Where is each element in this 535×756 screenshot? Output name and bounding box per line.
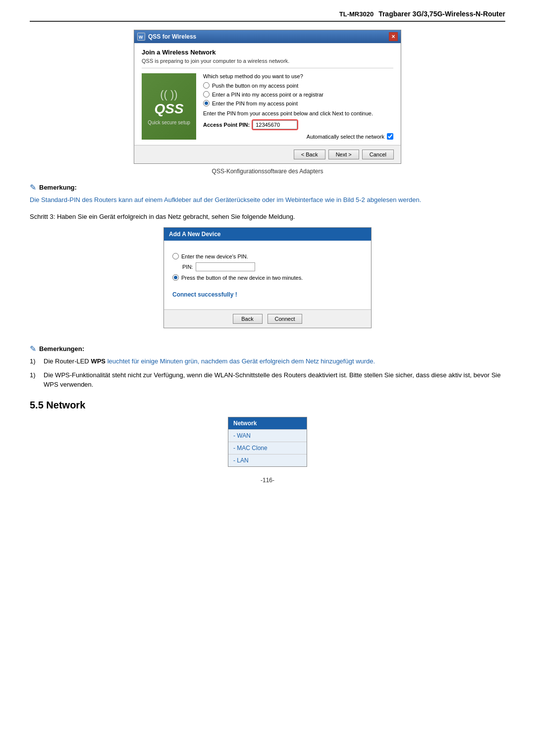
radio-circle-2[interactable] <box>203 91 210 98</box>
network-menu-mac-clone[interactable]: - MAC Clone <box>228 442 307 454</box>
qss-titlebar: W QSS for Wireless × <box>134 30 401 43</box>
section-55: 5.5 Network Network - WAN - MAC Clone - … <box>30 400 505 467</box>
note-pencil-icon: ✎ <box>30 183 36 192</box>
step3-text: Schritt 3: Haben Sie ein Gerät erfolgrei… <box>30 212 505 222</box>
add-device-radio-label-1: Enter the new device's PIN. <box>181 253 248 259</box>
bemerkungen-item-2: 1) Die WPS-Funktionalität steht nicht zu… <box>30 370 505 390</box>
network-menu: Network - WAN - MAC Clone - LAN <box>228 417 307 467</box>
qss-waves-icon: (( )) <box>160 88 177 101</box>
radio-label-1: Push the button on my access point <box>212 83 298 89</box>
qss-dialog-title: QSS for Wireless <box>148 33 196 40</box>
wps-bold: WPS <box>91 357 106 365</box>
qss-dialog-icon: W <box>137 33 145 41</box>
qss-content: (( )) QSS Quick secure setup Which setup… <box>142 73 393 140</box>
add-device-body: Enter the new device's PIN. PIN: Press t… <box>164 241 371 309</box>
add-device-titlebar: Add A New Device <box>164 228 371 241</box>
auto-select-row: Automatically select the network <box>203 133 393 140</box>
bemerkungen-header: ✎ Bemerkungen: <box>30 344 505 353</box>
add-device-radio-2[interactable]: Press the button of the new device in tw… <box>172 274 363 281</box>
qss-logo-label: Quick secure setup <box>148 120 190 125</box>
bemerkungen-num-1: 1) <box>30 356 40 366</box>
bemerkungen-item-1: 1) Die Router-LED WPS leuchtet für einig… <box>30 356 505 366</box>
qss-options: Which setup method do you want to use? P… <box>203 73 393 140</box>
close-button[interactable]: × <box>389 32 398 41</box>
network-menu-header: Network <box>228 417 307 429</box>
svg-text:W: W <box>139 35 143 40</box>
back-button[interactable]: < Back <box>294 150 325 159</box>
network-menu-wan[interactable]: - WAN <box>228 429 307 442</box>
add-device-pin-label: PIN: <box>182 264 193 270</box>
connect-success-text: Connect successfully ! <box>172 291 363 298</box>
add-device-radio-circle-2[interactable] <box>172 274 179 281</box>
add-device-radio-label-2: Press the button of the new device in tw… <box>181 275 303 281</box>
qss-dialog: W QSS for Wireless × Join a Wireless Net… <box>134 30 401 164</box>
qss-titlebar-left: W QSS for Wireless <box>137 33 196 41</box>
add-device-radio-1[interactable]: Enter the new device's PIN. <box>172 253 363 259</box>
radio-option-3[interactable]: Enter the PIN from my access point <box>203 100 393 106</box>
setup-question: Which setup method do you want to use? <box>203 73 393 79</box>
add-device-pin-input[interactable] <box>196 262 255 271</box>
auto-select-label: Automatically select the network <box>307 134 384 140</box>
header-model: TL-MR3020 <box>339 10 374 18</box>
qss-caption: QSS-Konfigurationssoftware des Adapters <box>30 168 505 175</box>
bemerkung-title: Bemerkung: <box>39 184 77 191</box>
network-menu-lan[interactable]: - LAN <box>228 454 307 466</box>
qss-dialog-footer: < Back Next > Cancel <box>134 145 401 163</box>
bemerkung-section: ✎ Bemerkung: Die Standard-PIN des Router… <box>30 183 505 205</box>
add-device-pin-row: PIN: <box>182 262 363 271</box>
bemerkungen-section: ✎ Bemerkungen: 1) Die Router-LED WPS leu… <box>30 344 505 390</box>
pin-row: Access Point PIN: <box>203 120 393 129</box>
pin-instruction: Enter the PIN from your access point bel… <box>203 110 393 116</box>
radio-circle-1[interactable] <box>203 82 210 89</box>
qss-dialog-wrapper: W QSS for Wireless × Join a Wireless Net… <box>30 30 505 164</box>
auto-select-checkbox[interactable] <box>387 133 393 140</box>
qss-logo-box: (( )) QSS Quick secure setup <box>142 73 196 140</box>
pin-input[interactable] <box>253 120 297 129</box>
header-bar: TL-MR3020 Tragbarer 3G/3,75G-Wireless-N-… <box>30 10 505 22</box>
bemerkungen-text-1: Die Router-LED WPS leuchtet für einige M… <box>44 356 375 366</box>
add-device-connect-button[interactable]: Connect <box>268 314 303 324</box>
radio-label-3: Enter the PIN from my access point <box>212 101 298 106</box>
radio-option-1[interactable]: Push the button on my access point <box>203 82 393 89</box>
radio-option-2[interactable]: Enter a PIN into my access point or a re… <box>203 91 393 98</box>
join-network-title: Join a Wireless Network <box>142 49 393 56</box>
cancel-button[interactable]: Cancel <box>362 150 394 159</box>
radio-circle-3[interactable] <box>203 100 210 106</box>
page-number: -116- <box>30 477 505 484</box>
next-button[interactable]: Next > <box>328 150 359 159</box>
add-device-footer: Back Connect <box>164 309 371 328</box>
qss-logo-text: QSS <box>154 101 183 117</box>
qss-subtitle: QSS is preparing to join your computer t… <box>142 58 393 68</box>
pin-label: Access Point PIN: <box>203 122 250 128</box>
bemerkung-text: Die Standard-PIN des Routers kann auf ei… <box>30 195 505 205</box>
bemerkung-header: ✎ Bemerkung: <box>30 183 505 192</box>
bemerkungen-text-2: Die WPS-Funktionalität steht nicht zur V… <box>44 370 505 390</box>
bemerkungen-pencil-icon: ✎ <box>30 344 36 353</box>
qss-dialog-body: Join a Wireless Network QSS is preparing… <box>135 44 400 145</box>
add-device-dialog: Add A New Device Enter the new device's … <box>163 227 372 328</box>
section-55-title: 5.5 Network <box>30 400 505 411</box>
add-device-radio-circle-1[interactable] <box>172 253 179 259</box>
bemerkungen-title: Bemerkungen: <box>39 345 84 353</box>
bemerkungen-text-1-blue: leuchtet für einige Minuten grün, nachde… <box>107 357 375 365</box>
bemerkungen-num-2: 1) <box>30 370 40 390</box>
radio-label-2: Enter a PIN into my access point or a re… <box>212 92 323 98</box>
header-title: Tragbarer 3G/3,75G-Wireless-N-Router <box>378 10 505 18</box>
add-device-back-button[interactable]: Back <box>233 314 263 324</box>
